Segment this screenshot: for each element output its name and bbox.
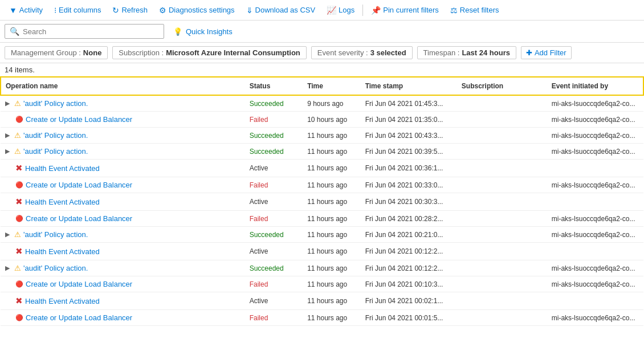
reset-filters-button[interactable]: ⚖ Reset filters [446,3,504,17]
operation-name[interactable]: Create or Update Load Balancer [26,313,132,322]
quick-insights-label: Quick Insights [186,27,233,36]
expand-button[interactable]: ▶ [5,264,10,272]
table-header: Operation name Status Time Time stamp Su… [1,77,643,95]
timestamp-cell: Fri Jun 04 2021 00:12:2... [361,243,457,260]
operation-name[interactable]: Health Event Activated [25,297,100,305]
table-row[interactable]: 🔴Create or Update Load BalancerFailed11 … [1,310,643,326]
expand-button[interactable]: ▶ [5,100,10,107]
table-row[interactable]: ▶⚠'audit' Policy action.Succeeded11 hour… [1,144,643,160]
subscription-filter[interactable]: Subscription : Microsoft Azure Internal … [112,46,306,59]
critical-icon: ✖ [15,197,23,207]
logs-icon: 📈 [327,6,336,15]
event-initiated-by-cell: mi-aks-lsuoccqde6qa2-co... [547,310,643,326]
table-row[interactable]: 🔴Create or Update Load BalancerFailed11 … [1,177,643,193]
status-cell: Active [245,243,303,260]
warning-icon: ⚠ [14,99,21,108]
edit-columns-button[interactable]: ⁝ Edit columns [50,3,105,17]
table-row[interactable]: ▶⚠'audit' Policy action.Succeeded11 hour… [1,128,643,144]
expand-button[interactable]: ▶ [5,132,10,139]
col-header-subscription: Subscription [457,77,547,95]
critical-icon: ✖ [15,296,23,306]
table-container: Operation name Status Time Time stamp Su… [0,76,644,326]
time-cell: 11 hours ago [303,276,361,292]
diagnostics-icon: ⚙ [159,6,166,15]
download-button[interactable]: ⇓ Download as CSV [242,3,320,17]
activity-button[interactable]: ▼ Activity [5,3,47,17]
event-initiated-by-cell: mi-aks-lsuoccqde6qa2-co... [547,144,643,160]
timestamp-cell: Fri Jun 04 2021 00:43:3... [361,128,457,144]
pin-filters-button[interactable]: 📌 Pin current filters [366,3,443,17]
search-box[interactable]: 🔍 [5,24,164,39]
activity-table: Operation name Status Time Time stamp Su… [0,76,644,326]
status-cell: Succeeded [245,144,303,160]
table-row[interactable]: 🔴Create or Update Load BalancerFailed11 … [1,211,643,227]
activity-label: Activity [19,6,43,14]
search-input[interactable] [23,27,159,36]
table-row[interactable]: ✖Health Event ActivatedActive11 hours ag… [1,160,643,177]
table-row[interactable]: 🔴Create or Update Load BalancerFailed10 … [1,112,643,128]
table-row[interactable]: ▶⚠'audit' Policy action.Succeeded11 hour… [1,260,643,276]
logs-button[interactable]: 📈 Logs [322,3,359,17]
operation-name[interactable]: 'audit' Policy action. [23,131,88,140]
warning-icon: ⚠ [14,147,21,156]
operation-name[interactable]: 'audit' Policy action. [23,264,88,272]
severity-filter[interactable]: Event severity : 3 selected [311,46,413,59]
refresh-button[interactable]: ↻ Refresh [108,3,152,17]
time-cell: 11 hours ago [303,260,361,276]
status-cell: Active [245,193,303,211]
warning-icon: ⚠ [14,131,21,140]
table-row[interactable]: ✖Health Event ActivatedActive11 hours ag… [1,243,643,260]
add-filter-label: Add Filter [535,48,566,57]
timestamp-cell: Fri Jun 04 2021 00:30:3... [361,193,457,211]
table-row[interactable]: ✖Health Event ActivatedActive11 hours ag… [1,193,643,211]
subscription-value: Microsoft Azure Internal Consumption [166,48,300,57]
operation-name[interactable]: Create or Update Load Balancer [26,181,132,189]
timestamp-cell: Fri Jun 04 2021 00:10:3... [361,276,457,292]
warning-icon: ⚠ [14,230,21,239]
operation-name[interactable]: Create or Update Load Balancer [26,280,132,288]
status-cell: Active [245,160,303,177]
subscription-cell [457,211,547,227]
subscription-label: Subscription : [119,48,164,57]
table-row[interactable]: 🔴Create or Update Load BalancerFailed11 … [1,276,643,292]
operation-name[interactable]: 'audit' Policy action. [23,147,88,156]
subscription-cell [457,193,547,211]
operation-name[interactable]: Health Event Activated [25,247,100,256]
expand-button[interactable]: ▶ [5,148,10,155]
warning-icon: ⚠ [14,264,21,272]
table-row[interactable]: ▶⚠'audit' Policy action.Succeeded11 hour… [1,227,643,243]
operation-cell: 🔴Create or Update Load Balancer [1,276,245,292]
event-initiated-by-cell: mi-aks-lsuoccqde6qa2-co... [547,95,643,112]
time-cell: 11 hours ago [303,211,361,227]
subscription-cell [457,160,547,177]
subscription-cell [457,243,547,260]
operation-name[interactable]: 'audit' Policy action. [23,99,88,108]
operation-name[interactable]: Create or Update Load Balancer [26,214,132,223]
error-icon: 🔴 [15,314,23,321]
timestamp-cell: Fri Jun 04 2021 00:21:0... [361,227,457,243]
operation-cell: ✖Health Event Activated [1,243,245,260]
pin-label: Pin current filters [383,6,439,14]
operation-name[interactable]: Health Event Activated [25,198,100,206]
management-group-filter[interactable]: Management Group : None [5,46,108,59]
refresh-label: Refresh [121,6,148,14]
subscription-cell [457,310,547,326]
event-initiated-by-cell: mi-aks-lsuoccqde6qa2-co... [547,211,643,227]
subscription-cell [457,112,547,128]
operation-cell: ▶⚠'audit' Policy action. [1,144,245,160]
operation-name[interactable]: 'audit' Policy action. [23,230,88,239]
expand-button[interactable]: ▶ [5,231,10,238]
operation-name[interactable]: Health Event Activated [25,164,100,173]
add-filter-button[interactable]: ✚ Add Filter [521,46,572,59]
event-initiated-by-cell: mi-aks-lsuoccqde6qa2-co... [547,177,643,193]
timespan-filter[interactable]: Timespan : Last 24 hours [417,46,516,59]
table-row[interactable]: ✖Health Event ActivatedActive11 hours ag… [1,292,643,310]
diagnostics-button[interactable]: ⚙ Diagnostics settings [154,3,239,17]
timespan-label: Timespan : [423,48,460,57]
quick-insights-icon: 💡 [173,27,182,36]
operation-name[interactable]: Create or Update Load Balancer [26,115,132,124]
operation-cell: ✖Health Event Activated [1,292,245,310]
event-initiated-by-cell: mi-aks-lsuoccqde6qa2-co... [547,276,643,292]
quick-insights-button[interactable]: 💡 Quick Insights [173,27,233,36]
table-row[interactable]: ▶⚠'audit' Policy action.Succeeded9 hours… [1,95,643,112]
